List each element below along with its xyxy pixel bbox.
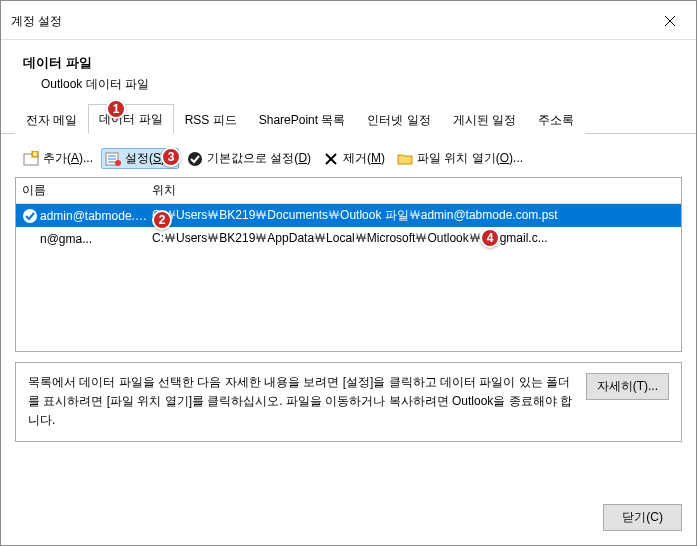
- svg-point-14: [23, 209, 37, 223]
- close-icon: [664, 15, 676, 27]
- folder-icon: [397, 151, 413, 167]
- dialog-title: 계정 설정: [11, 13, 62, 30]
- row-name: admin@tabmode.com: [40, 209, 152, 223]
- tab-address-books[interactable]: 주소록: [527, 105, 585, 134]
- titlebar: 계정 설정: [1, 1, 696, 40]
- row-icon-blank: [22, 231, 38, 247]
- default-checkmark-icon: [22, 208, 38, 224]
- details-button[interactable]: 자세히(T)...: [586, 373, 669, 400]
- row-path: C:￦Users￦BK219￦Documents￦Outlook 파일￦admi…: [152, 207, 675, 224]
- toolbar: 추가(A)... 설정(S)... 기본값으로 설정(D) 제거(M): [15, 146, 682, 177]
- add-button[interactable]: 추가(A)...: [19, 148, 97, 169]
- close-dialog-button[interactable]: 닫기(C): [603, 504, 682, 531]
- settings-icon: [105, 151, 121, 167]
- close-button[interactable]: [654, 9, 686, 33]
- annotation-marker-2: 2: [152, 210, 172, 230]
- set-default-button[interactable]: 기본값으로 설정(D): [183, 148, 315, 169]
- tab-email[interactable]: 전자 메일: [15, 105, 88, 134]
- remove-button[interactable]: 제거(M): [319, 148, 389, 169]
- account-settings-dialog: 계정 설정 데이터 파일 Outlook 데이터 파일 전자 메일 데이터 파일…: [0, 0, 697, 546]
- list-header: 이름 위치: [16, 178, 681, 204]
- column-name[interactable]: 이름: [22, 182, 152, 199]
- list-row[interactable]: admin@tabmode.com C:￦Users￦BK219￦Documen…: [16, 204, 681, 227]
- data-file-list[interactable]: 이름 위치 admin@tabmode.com C:￦Users￦BK219￦D…: [15, 177, 682, 352]
- tab-internet-calendars[interactable]: 인터넷 일정: [356, 105, 441, 134]
- dialog-footer: 닫기(C): [1, 492, 696, 545]
- tab-published-calendars[interactable]: 게시된 일정: [442, 105, 527, 134]
- svg-point-10: [115, 160, 121, 166]
- annotation-marker-1: 1: [106, 99, 126, 119]
- annotation-marker-4: 4: [480, 228, 500, 248]
- header-section: 데이터 파일 Outlook 데이터 파일: [1, 40, 696, 103]
- checkmark-icon: [187, 151, 203, 167]
- header-title: 데이터 파일: [23, 54, 676, 72]
- tab-sharepoint-lists[interactable]: SharePoint 목록: [248, 105, 357, 134]
- tab-body: 추가(A)... 설정(S)... 기본값으로 설정(D) 제거(M): [1, 134, 696, 492]
- row-path: C:￦Users￦BK219￦AppData￦Local￦Microsoft￦O…: [152, 230, 675, 247]
- annotation-marker-3: 3: [161, 147, 181, 167]
- header-subtitle: Outlook 데이터 파일: [23, 76, 676, 93]
- hint-text: 목록에서 데이터 파일을 선택한 다음 자세한 내용을 보려면 [설정]을 클릭…: [28, 373, 574, 431]
- open-file-location-button[interactable]: 파일 위치 열기(O)...: [393, 148, 527, 169]
- column-path[interactable]: 위치: [152, 182, 675, 199]
- tab-data-files[interactable]: 데이터 파일: [88, 104, 173, 134]
- hint-section: 목록에서 데이터 파일을 선택한 다음 자세한 내용을 보려면 [설정]을 클릭…: [15, 362, 682, 442]
- row-name: n@gma...: [40, 232, 152, 246]
- list-rows: admin@tabmode.com C:￦Users￦BK219￦Documen…: [16, 204, 681, 250]
- add-icon: [23, 151, 39, 167]
- svg-point-11: [188, 152, 202, 166]
- tab-rss-feeds[interactable]: RSS 피드: [174, 105, 248, 134]
- list-row[interactable]: n@gma... C:￦Users￦BK219￦AppData￦Local￦Mi…: [16, 227, 681, 250]
- remove-icon: [323, 151, 339, 167]
